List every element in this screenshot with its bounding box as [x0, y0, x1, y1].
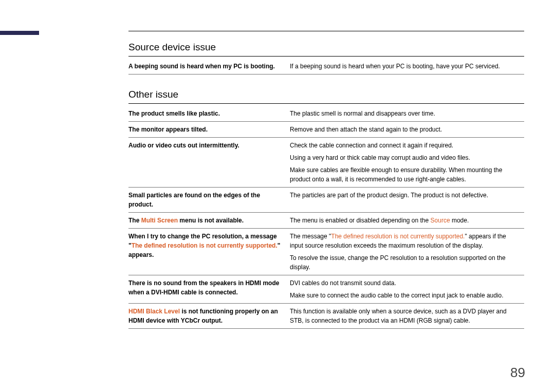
section-rule [128, 103, 524, 104]
answer-paragraph: Check the cable connection and connect i… [290, 141, 521, 150]
highlighted-text: Multi Screen [141, 217, 178, 224]
table-row: The monitor appears tilted.Remove and th… [128, 122, 524, 138]
table-row: The Multi Screen menu is not available.T… [128, 213, 524, 229]
table-row: When I try to change the PC resolution, … [128, 229, 524, 275]
text: The monitor appears tilted. [128, 126, 208, 133]
table-row: Small particles are found on the edges o… [128, 188, 524, 213]
text: If a beeping sound is heard when your PC… [290, 63, 500, 70]
page-number: 89 [510, 365, 525, 381]
text: To resolve the issue, change the PC reso… [290, 254, 506, 271]
answer-paragraph: Using a very hard or thick cable may cor… [290, 153, 521, 162]
table-row: A beeping sound is heard when my PC is b… [128, 59, 524, 74]
issue-cell: The Multi Screen menu is not available. [128, 213, 290, 229]
table-row: There is no sound from the speakers in H… [128, 275, 524, 304]
answer-paragraph: To resolve the issue, change the PC reso… [290, 253, 521, 272]
text: Make sure to connect the audio cable to … [290, 292, 504, 299]
text: The particles are part of the product de… [290, 192, 488, 199]
answer-paragraph: Make sure cables are flexible enough to … [290, 165, 521, 184]
text: This function is available only when a s… [290, 308, 507, 324]
header-accent-bar [0, 31, 39, 35]
table-source-device-issue: A beeping sound is heard when my PC is b… [128, 59, 524, 74]
text: Check the cable connection and connect i… [290, 142, 453, 149]
section-rule [128, 56, 524, 57]
highlighted-text: The defined resolution is not currently … [331, 233, 465, 240]
text: The product smells like plastic. [128, 110, 220, 117]
text: menu is not available. [178, 217, 244, 224]
answer-paragraph: DVI cables do not transmit sound data. [290, 278, 521, 288]
issue-cell: The monitor appears tilted. [128, 122, 290, 138]
answer-cell: The particles are part of the product de… [290, 188, 524, 213]
text: Small particles are found on the edges o… [128, 192, 260, 208]
table-row: The product smells like plastic.The plas… [128, 106, 524, 122]
table-row: Audio or video cuts out intermittently.C… [128, 138, 524, 188]
section-title-source-device-issue: Source device issue [128, 42, 524, 53]
issue-cell: There is no sound from the speakers in H… [128, 275, 290, 304]
section-title-other-issue: Other issue [128, 89, 524, 100]
issue-cell: HDMI Black Level is not functioning prop… [128, 304, 290, 329]
text: A beeping sound is heard when my PC is b… [128, 63, 275, 70]
text: The message " [290, 233, 331, 240]
answer-paragraph: The message "The defined resolution is n… [290, 232, 521, 250]
issue-cell: The product smells like plastic. [128, 106, 290, 122]
issue-cell: A beeping sound is heard when my PC is b… [128, 59, 290, 74]
text: There is no sound from the speakers in H… [128, 279, 279, 296]
highlighted-text: The defined resolution is not currently … [132, 242, 278, 249]
answer-cell: The message "The defined resolution is n… [290, 229, 524, 275]
content-area: Source device issue A beeping sound is h… [128, 31, 524, 329]
text: The plastic smell is normal and disappea… [290, 110, 435, 117]
issue-cell: Small particles are found on the edges o… [128, 188, 290, 213]
issue-cell: When I try to change the PC resolution, … [128, 229, 290, 275]
table-row: HDMI Black Level is not functioning prop… [128, 304, 524, 329]
answer-cell: DVI cables do not transmit sound data.Ma… [290, 275, 524, 304]
table-other-issue: The product smells like plastic.The plas… [128, 106, 524, 329]
answer-cell: The menu is enabled or disabled dependin… [290, 213, 524, 229]
answer-cell: Check the cable connection and connect i… [290, 138, 524, 188]
answer-cell: Remove and then attach the stand again t… [290, 122, 524, 138]
highlighted-text: HDMI Black Level [128, 308, 180, 315]
highlighted-text: Source [431, 217, 450, 224]
text: The [128, 217, 141, 224]
text: Audio or video cuts out intermittently. [128, 142, 239, 149]
answer-paragraph: Make sure to connect the audio cable to … [290, 291, 521, 300]
top-horizontal-rule [128, 31, 524, 31]
answer-cell: The plastic smell is normal and disappea… [290, 106, 524, 122]
text: Using a very hard or thick cable may cor… [290, 154, 470, 161]
text: The menu is enabled or disabled dependin… [290, 217, 431, 224]
issue-cell: Audio or video cuts out intermittently. [128, 138, 290, 188]
text: Remove and then attach the stand again t… [290, 126, 442, 133]
text: mode. [450, 217, 469, 224]
text: DVI cables do not transmit sound data. [290, 279, 396, 287]
answer-cell: If a beeping sound is heard when your PC… [290, 59, 524, 74]
answer-cell: This function is available only when a s… [290, 304, 524, 329]
text: Make sure cables are flexible enough to … [290, 166, 502, 183]
